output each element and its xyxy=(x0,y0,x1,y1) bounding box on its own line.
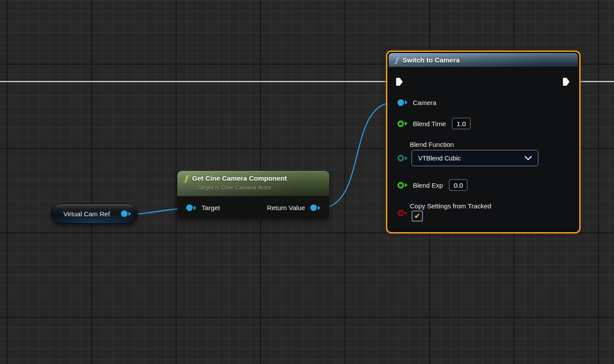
function-icon: ƒ xyxy=(395,56,398,65)
target-pin-row[interactable]: Target xyxy=(186,204,220,211)
checkmark-icon: ✔ xyxy=(414,213,420,220)
pin-arrow-icon xyxy=(194,206,196,210)
camera-pin-row[interactable]: Camera xyxy=(397,96,436,109)
return-value-pin-row[interactable]: Return Value xyxy=(267,204,320,211)
pin-arrow-icon xyxy=(405,183,408,187)
object-pin-icon[interactable] xyxy=(186,204,193,211)
function-icon: ƒ xyxy=(184,174,188,183)
bool-pin-icon[interactable] xyxy=(397,210,404,216)
return-value-pin-label: Return Value xyxy=(267,204,305,211)
blend-time-pin-row[interactable]: Blend Time 1.0 xyxy=(397,117,471,130)
copy-settings-checkbox[interactable]: ✔ xyxy=(412,211,423,222)
node-title: Switch to Camera xyxy=(402,56,460,64)
pin-arrow-icon xyxy=(318,206,320,210)
pin-arrow-icon xyxy=(405,156,408,160)
output-pin-virtual-cam-ref[interactable] xyxy=(121,211,131,217)
blend-function-selected-value: VTBlend Cubic xyxy=(418,155,461,162)
exec-input-pin[interactable] xyxy=(396,78,403,86)
node-subtitle: Target is Cine Camera Actor xyxy=(197,184,323,191)
blend-time-pin-label: Blend Time xyxy=(413,120,446,127)
node-switch-to-camera[interactable]: ƒ Switch to Camera Camera Blend Time 1.0… xyxy=(386,51,581,233)
object-pin-icon xyxy=(121,211,128,217)
pin-arrow-icon xyxy=(405,211,408,215)
blend-exp-value-input[interactable]: 0.0 xyxy=(449,179,467,191)
node-get-cine-camera-component[interactable]: ƒ Get Cine Camera Component Target is Ci… xyxy=(177,171,329,218)
blueprint-graph-canvas[interactable]: { "theme": { "accent-orange": "#f0a024",… xyxy=(0,0,614,364)
blend-time-value-input[interactable]: 1.0 xyxy=(452,118,471,129)
node-title: Get Cine Camera Component xyxy=(192,175,287,182)
pin-arrow-icon xyxy=(405,121,408,126)
pin-arrow-icon xyxy=(129,211,131,216)
enum-pin-icon[interactable] xyxy=(397,155,404,161)
float-pin-icon[interactable] xyxy=(397,120,404,127)
camera-pin-label: Camera xyxy=(413,99,436,106)
node-header[interactable]: ƒ Get Cine Camera Component Target is Ci… xyxy=(177,171,329,197)
exec-output-pin[interactable] xyxy=(563,78,570,86)
blend-exp-pin-row[interactable]: Blend Exp 0.0 xyxy=(397,178,467,192)
node-header[interactable]: ƒ Switch to Camera xyxy=(389,53,578,67)
blend-function-pin-label: Blend Function xyxy=(410,141,454,148)
target-pin-label: Target xyxy=(202,204,220,211)
node-virtual-cam-ref[interactable]: Virtual Cam Ref xyxy=(51,204,138,224)
copy-settings-pin[interactable] xyxy=(397,210,408,216)
copy-settings-pin-label: Copy Settings from Tracked xyxy=(410,202,491,210)
blend-function-pin[interactable] xyxy=(397,155,408,161)
pin-arrow-icon xyxy=(405,100,408,105)
float-pin-icon[interactable] xyxy=(397,182,404,189)
chevron-down-icon xyxy=(525,156,532,160)
data-wire-return-to-camera[interactable] xyxy=(320,102,394,208)
blend-exp-pin-label: Blend Exp xyxy=(413,182,443,189)
object-pin-icon[interactable] xyxy=(310,204,317,211)
object-pin-icon[interactable] xyxy=(397,99,404,106)
blend-function-dropdown[interactable]: VTBlend Cubic xyxy=(412,150,538,166)
variable-name-label: Virtual Cam Ref xyxy=(63,210,110,218)
